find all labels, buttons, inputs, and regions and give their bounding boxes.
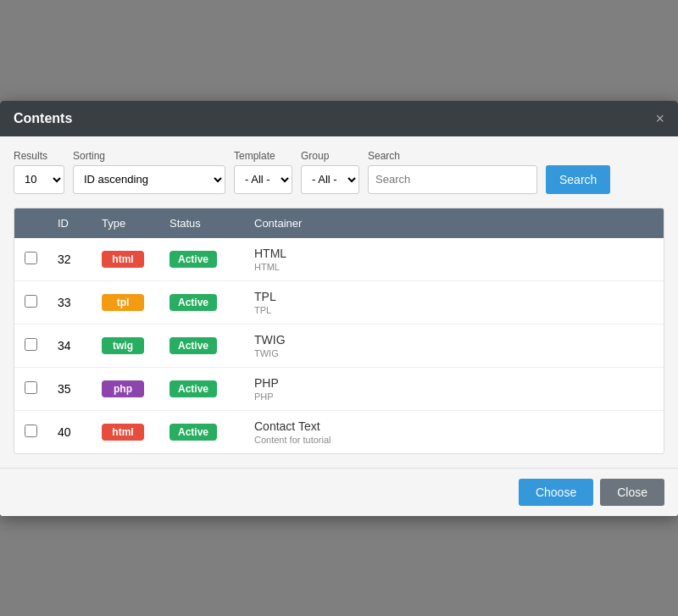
group-filter-group: Group - All - bbox=[301, 150, 359, 194]
table-row: 40 html Active Contact Text Content for … bbox=[14, 410, 664, 453]
template-label: Template bbox=[234, 150, 292, 162]
type-badge: html bbox=[102, 424, 144, 441]
status-badge: Active bbox=[170, 380, 217, 397]
group-label: Group bbox=[301, 150, 359, 162]
results-select[interactable]: 10 25 50 100 bbox=[14, 165, 64, 194]
row-checkbox-cell bbox=[14, 367, 47, 410]
results-filter-group: Results 10 25 50 100 bbox=[14, 150, 64, 194]
row-container: TWIG TWIG bbox=[244, 324, 664, 367]
close-x-button[interactable]: × bbox=[655, 111, 664, 126]
row-status: Active bbox=[159, 410, 244, 453]
col-header-status: Status bbox=[159, 208, 244, 238]
col-header-container: Container bbox=[244, 208, 664, 238]
col-header-check bbox=[14, 208, 47, 238]
container-sub: Content for tutorial bbox=[254, 435, 653, 445]
row-checkbox[interactable] bbox=[25, 425, 37, 437]
col-header-type: Type bbox=[92, 208, 159, 238]
row-checkbox[interactable] bbox=[25, 295, 37, 308]
row-type: twig bbox=[92, 324, 159, 367]
row-checkbox[interactable] bbox=[25, 381, 37, 394]
modal-footer: Choose Close bbox=[0, 468, 678, 516]
type-badge: tpl bbox=[102, 294, 144, 311]
row-status: Active bbox=[159, 367, 244, 410]
contents-modal: Contents × Results 10 25 50 100 Sorting … bbox=[0, 101, 678, 516]
row-container: Contact Text Content for tutorial bbox=[244, 410, 664, 453]
row-id: 35 bbox=[47, 367, 92, 410]
contents-table-wrapper: ID Type Status Container 32 html Active bbox=[14, 208, 664, 454]
row-container: HTML HTML bbox=[244, 238, 664, 281]
row-status: Active bbox=[159, 324, 244, 367]
row-id: 32 bbox=[47, 238, 92, 281]
table-row: 34 twig Active TWIG TWIG bbox=[14, 324, 664, 367]
row-checkbox-cell bbox=[14, 238, 47, 281]
search-button[interactable]: Search bbox=[546, 165, 610, 194]
sorting-label: Sorting bbox=[73, 150, 225, 162]
status-badge: Active bbox=[170, 251, 217, 268]
container-sub: TWIG bbox=[254, 348, 653, 358]
row-container: TPL TPL bbox=[244, 280, 664, 324]
row-id: 40 bbox=[47, 410, 92, 453]
type-badge: twig bbox=[102, 337, 144, 354]
sorting-filter-group: Sorting ID ascending ID descending Name … bbox=[73, 150, 225, 194]
row-id: 33 bbox=[47, 280, 92, 324]
row-container: PHP PHP bbox=[244, 367, 664, 410]
table-row: 35 php Active PHP PHP bbox=[14, 367, 664, 410]
row-type: tpl bbox=[92, 280, 159, 324]
modal-title: Contents bbox=[14, 111, 72, 126]
filters-bar: Results 10 25 50 100 Sorting ID ascendin… bbox=[14, 150, 664, 194]
container-sub: HTML bbox=[254, 262, 653, 272]
container-name: Contact Text bbox=[254, 419, 653, 433]
table-header-row: ID Type Status Container bbox=[14, 208, 664, 238]
row-checkbox-cell bbox=[14, 410, 47, 453]
table-row: 32 html Active HTML HTML bbox=[14, 238, 664, 281]
row-type: html bbox=[92, 410, 159, 453]
sorting-select[interactable]: ID ascending ID descending Name ascendin… bbox=[73, 165, 225, 194]
row-type: html bbox=[92, 238, 159, 281]
status-badge: Active bbox=[170, 294, 217, 311]
template-filter-group: Template - All - bbox=[234, 150, 292, 194]
row-status: Active bbox=[159, 238, 244, 281]
col-header-id: ID bbox=[47, 208, 92, 238]
status-badge: Active bbox=[170, 424, 217, 441]
choose-button[interactable]: Choose bbox=[519, 479, 593, 506]
results-label: Results bbox=[14, 150, 64, 162]
template-select[interactable]: - All - bbox=[234, 165, 292, 194]
row-checkbox-cell bbox=[14, 280, 47, 324]
search-label: Search bbox=[368, 150, 537, 162]
row-checkbox[interactable] bbox=[25, 338, 37, 351]
modal-body: Results 10 25 50 100 Sorting ID ascendin… bbox=[0, 136, 678, 468]
search-filter-group: Search bbox=[368, 150, 537, 194]
search-input[interactable] bbox=[368, 165, 537, 194]
container-name: TPL bbox=[254, 290, 653, 303]
modal-header: Contents × bbox=[0, 101, 678, 136]
close-button[interactable]: Close bbox=[600, 479, 664, 506]
type-badge: php bbox=[102, 380, 144, 397]
container-sub: PHP bbox=[254, 391, 653, 402]
status-badge: Active bbox=[170, 337, 217, 354]
container-name: PHP bbox=[254, 376, 653, 390]
table-row: 33 tpl Active TPL TPL bbox=[14, 280, 664, 324]
type-badge: html bbox=[102, 251, 144, 268]
contents-table: ID Type Status Container 32 html Active bbox=[14, 208, 664, 453]
row-status: Active bbox=[159, 280, 244, 324]
container-name: TWIG bbox=[254, 333, 653, 347]
row-checkbox[interactable] bbox=[25, 252, 37, 264]
container-sub: TPL bbox=[254, 305, 653, 315]
group-select[interactable]: - All - bbox=[301, 165, 359, 194]
row-checkbox-cell bbox=[14, 324, 47, 367]
row-id: 34 bbox=[47, 324, 92, 367]
container-name: HTML bbox=[254, 247, 653, 260]
row-type: php bbox=[92, 367, 159, 410]
